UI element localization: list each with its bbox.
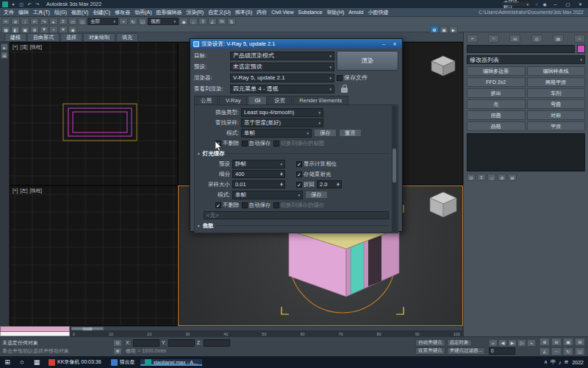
menu-item[interactable]: 动画(A)	[132, 8, 154, 17]
tray-expand-icon[interactable]: ∧	[544, 359, 548, 365]
ribbon-tab[interactable]: 对象绘制	[83, 33, 115, 41]
workspace-dropdown[interactable]: 工作区: 默认	[501, 1, 531, 7]
close-button[interactable]: ✕	[575, 0, 586, 8]
go-to-end-icon[interactable]: »	[527, 339, 536, 347]
taskbar-item-3dsmax[interactable]: xiaolianxi.max - A...	[140, 359, 202, 366]
pin-stack-icon[interactable]: ⊙	[467, 174, 476, 181]
view-to-render-dropdown[interactable]: 四元菜单 4 - 透视	[230, 85, 334, 93]
network-icon[interactable]: ≋	[564, 359, 569, 365]
switch-to-saved-map-checkbox[interactable]: 切换到保存的贴图	[273, 140, 325, 147]
y-coordinate-field[interactable]	[168, 339, 195, 347]
select-by-name-icon[interactable]: ≡	[59, 18, 68, 25]
selection-set-dropdown[interactable]: 选定对象	[447, 339, 472, 347]
auto-save-checkbox[interactable]: 自动保存	[242, 140, 271, 147]
modifier-button[interactable]: 对称	[527, 110, 586, 120]
modifier-button[interactable]: 挤出	[467, 88, 526, 98]
minimize-button[interactable]: ─	[550, 0, 561, 8]
light-cache-rollout-header[interactable]: 灯光缓存	[198, 149, 389, 158]
menu-item[interactable]: 帮助(H)	[325, 8, 347, 17]
display-tab-icon[interactable]: ▤	[553, 35, 564, 43]
menu-item[interactable]: Civil View	[269, 8, 295, 17]
tab-render-elements[interactable]: Render Elements	[293, 96, 348, 105]
redo-icon[interactable]: ↷	[40, 18, 49, 25]
maximize-button[interactable]: ▢	[562, 0, 573, 8]
modifier-button[interactable]: 编辑样条线	[527, 66, 586, 76]
preset-dropdown[interactable]: 未选定预设	[230, 63, 334, 71]
play-icon[interactable]: ▶	[508, 339, 517, 347]
modifier-button[interactable]: 网格平滑	[527, 77, 586, 87]
viewport-left[interactable]: [+] [左] [线框]	[10, 185, 178, 326]
modifier-button[interactable]: 晶格	[467, 121, 526, 131]
field-of-view-icon[interactable]: ∠	[539, 347, 550, 355]
select-and-move-icon[interactable]: +	[119, 18, 128, 25]
retrace-checkbox[interactable]: ✓折回	[296, 181, 315, 188]
irradiance-mode-dropdown[interactable]: 单帧	[241, 129, 312, 138]
viewport-top[interactable]: [+] [顶] [线框]	[10, 42, 178, 185]
selection-filter-dropdown[interactable]: 全部	[87, 18, 118, 25]
light-cache-mode-dropdown[interactable]: 单帧	[232, 191, 303, 199]
time-slider-thumb[interactable]: 0/100	[71, 327, 104, 330]
maximize-viewport-icon[interactable]: ◱	[575, 347, 585, 355]
retrace-spinner[interactable]: 2.0	[317, 180, 342, 188]
menu-item[interactable]: 文件	[1, 8, 16, 17]
irradiance-reset-button[interactable]: 重置	[339, 129, 362, 137]
select-and-link-icon[interactable]: ∞	[1, 18, 10, 25]
light-cache-file-field[interactable]: <无>	[204, 211, 389, 219]
configure-modifier-sets-icon[interactable]: ⊞	[508, 174, 517, 181]
undo-icon[interactable]: ↶	[30, 18, 39, 25]
go-to-start-icon[interactable]: «	[489, 339, 498, 347]
zoom-extents-icon[interactable]: ▣	[563, 338, 573, 346]
store-direct-light-checkbox[interactable]: ✓存储直射光	[296, 171, 331, 178]
subdivs-spinner[interactable]: 400	[232, 170, 285, 178]
start-button[interactable]: ⊞	[0, 356, 15, 368]
taskbar-search-button[interactable]: ○	[15, 356, 29, 368]
menu-item[interactable]: 视图(V)	[69, 8, 90, 17]
taskbar-item-kk-recorder[interactable]: KK录像机 00:03:36	[44, 358, 106, 366]
reference-coordinate-dropdown[interactable]: 视图	[148, 18, 179, 25]
viewport-menu-button[interactable]: [+]	[12, 44, 18, 51]
create-tab-icon[interactable]: +	[467, 35, 478, 43]
select-and-manipulate-icon[interactable]: ◇	[189, 18, 198, 25]
redo-icon[interactable]: ↷	[34, 1, 41, 7]
modifier-button[interactable]: 壳	[467, 99, 526, 109]
lc-switch-to-saved-cache-checkbox[interactable]: 切换到保存的缓存	[273, 202, 325, 209]
dialog-minimize-button[interactable]: ─	[379, 42, 388, 46]
lc-auto-save-checkbox[interactable]: 自动保存	[242, 202, 271, 209]
scrollbar-thumb[interactable]	[392, 149, 396, 183]
next-frame-icon[interactable]: ▷	[517, 339, 526, 347]
menu-item[interactable]: Substance	[295, 8, 324, 17]
orbit-icon[interactable]: ↻	[563, 347, 573, 355]
tab-vray[interactable]: V-Ray	[219, 96, 247, 105]
sample-lookup-dropdown[interactable]: 基于密度(最好)	[241, 118, 323, 127]
viewport-shading-label[interactable]: [线框]	[30, 44, 43, 51]
set-key-button[interactable]: 设置关键点	[415, 347, 445, 355]
hierarchy-tab-icon[interactable]: ⊟	[509, 35, 520, 43]
undo-icon[interactable]: ↶	[26, 1, 33, 7]
modifier-button[interactable]: 编辑多边形	[467, 66, 526, 76]
bind-to-space-warp-icon[interactable]: ≀	[21, 18, 29, 25]
menu-item[interactable]: 渲染(R)	[184, 8, 206, 17]
volume-icon[interactable]: ♪	[559, 360, 562, 365]
user-account-icon[interactable]: ◉	[541, 1, 548, 7]
save-icon[interactable]: ◫	[18, 1, 25, 7]
modifier-button[interactable]: 扭曲	[467, 110, 526, 120]
object-color-swatch[interactable]	[577, 45, 585, 53]
ribbon-tab[interactable]: 选择	[60, 33, 82, 41]
application-menu-icon[interactable]: ▾	[10, 1, 17, 7]
snaps-toggle-icon[interactable]: 3	[198, 18, 207, 25]
listener-macro-pane[interactable]	[0, 326, 70, 332]
menu-item[interactable]: 编辑	[16, 8, 31, 17]
ribbon-tab[interactable]: 自由形式	[27, 33, 60, 41]
modifier-button[interactable]: 平滑	[527, 121, 586, 131]
taskbar-item-cloud[interactable]: 猫云盘	[107, 358, 140, 366]
window-crossing-icon[interactable]: ◫	[78, 18, 87, 25]
menu-item[interactable]: Arnold	[346, 8, 365, 17]
pan-icon[interactable]: ↔	[551, 347, 562, 355]
light-cache-save-button[interactable]: 保存	[305, 191, 328, 199]
remove-modifier-icon[interactable]: ⊘	[498, 174, 506, 181]
caustics-rollout-header[interactable]: 焦散	[198, 221, 389, 230]
modifier-button[interactable]: 弯曲	[527, 99, 586, 109]
selection-lock-icon[interactable]: ⊗	[113, 347, 122, 355]
sample-size-spinner[interactable]: 0.01	[232, 180, 285, 188]
dialog-titlebar[interactable]: 渲染设置: V-Ray 5, update 2.1 ─ ✕	[190, 39, 402, 49]
